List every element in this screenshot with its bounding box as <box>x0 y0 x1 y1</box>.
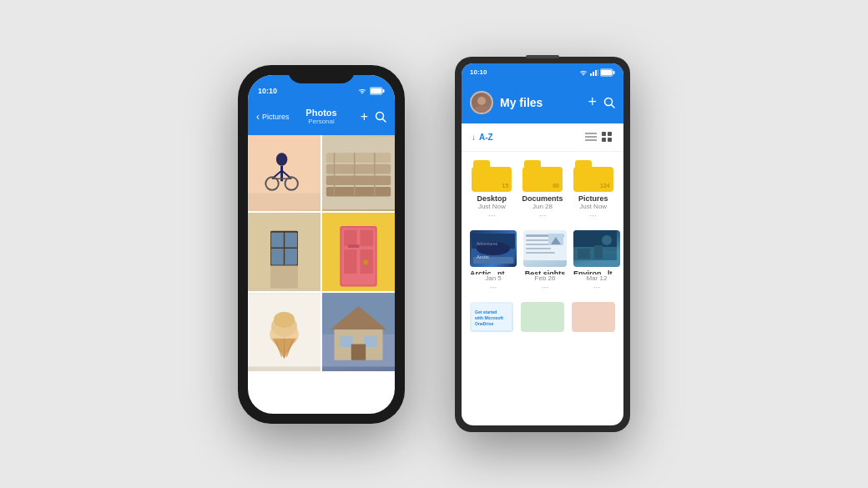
ios-time: 10:10 <box>258 87 277 95</box>
svg-rect-50 <box>340 335 352 347</box>
sort-label-text: A-Z <box>479 133 493 142</box>
onedrive-thumb: Get started with Microsoft OneDrive <box>470 302 513 332</box>
photo-grid <box>248 135 395 371</box>
photo-pink-door[interactable] <box>322 213 395 291</box>
sort-bar: ↓ A-Z <box>462 123 623 152</box>
svg-rect-88 <box>578 249 590 259</box>
folder-icon-pictures: 124 <box>573 160 613 192</box>
svg-point-60 <box>477 97 486 105</box>
photo-stairs[interactable] <box>322 135 395 211</box>
ios-add-button[interactable]: + <box>361 109 368 124</box>
svg-rect-53 <box>590 73 592 76</box>
folder-pictures[interactable]: 124 Pictures Just Now ··· <box>571 160 615 220</box>
svg-rect-17 <box>326 175 391 185</box>
svg-point-41 <box>274 311 295 327</box>
iphone-notch <box>288 65 355 83</box>
arctic-thumbnail: Arctic Adventures <box>472 234 515 264</box>
svg-text:with Microsoft: with Microsoft <box>474 315 503 320</box>
folder-icon-desktop: 15 <box>472 160 512 192</box>
svg-line-63 <box>612 104 615 108</box>
file-environ[interactable]: Environ...lth.pdf Mar 12 ··· <box>573 230 620 292</box>
file-menu-environ[interactable]: ··· <box>593 283 600 292</box>
list-view-icon[interactable] <box>585 132 597 142</box>
file-menu-arctic[interactable]: ··· <box>490 283 497 292</box>
folder-menu-documents[interactable]: ··· <box>539 211 546 220</box>
wifi-icon <box>357 88 367 94</box>
ios-back-button[interactable]: ‹ Pictures <box>256 111 290 123</box>
sort-label[interactable]: ↓ A-Z <box>472 133 493 142</box>
svg-point-86 <box>602 235 612 245</box>
folder-desktop[interactable]: 15 Desktop Just Now ··· <box>470 160 514 220</box>
iphone-screen: 10:10 ‹ Pictures Photos Personal <box>248 75 395 414</box>
folder-icon-documents: 80 <box>522 160 563 192</box>
file-menu-sights[interactable]: ··· <box>542 283 548 292</box>
android-speaker <box>526 55 559 58</box>
android-add-button[interactable]: + <box>588 93 597 111</box>
folder-name-pictures: Pictures <box>578 194 608 203</box>
svg-rect-89 <box>594 245 603 259</box>
boy-bike-illustration <box>248 135 320 211</box>
sort-arrow-icon: ↓ <box>472 133 476 142</box>
file-arctic[interactable]: Arctic Adventures Arctic...ntures Jan 5 … <box>470 230 517 292</box>
avatar-image <box>472 93 492 113</box>
photo-boy-bike[interactable] <box>248 135 320 211</box>
folder-menu-pictures[interactable]: ··· <box>590 211 597 220</box>
onedrive-thumbnail: Get started with Microsoft OneDrive <box>472 304 512 330</box>
sort-view-icons <box>585 132 613 142</box>
folder-count-desktop: 15 <box>502 183 509 189</box>
file-thumb-sights <box>523 230 567 267</box>
svg-rect-69 <box>602 138 606 142</box>
folder-date-pictures: Just Now <box>579 203 607 210</box>
files-content: 15 Desktop Just Now ··· 80 Documents <box>462 152 623 425</box>
svg-rect-6 <box>248 193 320 209</box>
file-partial-2[interactable] <box>521 302 565 332</box>
svg-text:Get started: Get started <box>475 309 497 314</box>
android-device: 10:10 <box>455 57 630 432</box>
folder-menu-desktop[interactable]: ··· <box>488 211 495 220</box>
svg-rect-52 <box>351 344 366 360</box>
android-header-title: My files <box>500 96 581 109</box>
svg-rect-51 <box>364 335 376 347</box>
folder-name-documents: Documents <box>522 194 563 203</box>
folder-count-documents: 80 <box>553 183 559 189</box>
svg-text:OneDrive: OneDrive <box>475 321 493 326</box>
android-header-actions: + <box>588 93 615 111</box>
gelato-illustration <box>248 293 320 368</box>
svg-rect-67 <box>602 132 606 136</box>
android-status-icons <box>578 68 615 77</box>
svg-rect-59 <box>601 70 612 75</box>
photo-house[interactable] <box>322 293 395 371</box>
folder-name-desktop: Desktop <box>477 194 507 203</box>
svg-rect-34 <box>344 249 356 274</box>
svg-point-7 <box>276 153 288 165</box>
android-search-icon[interactable] <box>603 97 615 108</box>
grid-view-icon[interactable] <box>602 132 613 142</box>
folder-documents[interactable]: 80 Documents Jun 28 ··· <box>521 160 565 220</box>
photo-window[interactable] <box>248 213 320 291</box>
file-thumb-arctic: Arctic Adventures <box>470 230 517 267</box>
iphone-device: 10:10 ‹ Pictures Photos Personal <box>238 65 405 424</box>
android-statusbar: 10:10 <box>462 63 623 82</box>
file-date-sights: Feb 26 <box>535 274 556 282</box>
file-thumb-partial <box>521 302 564 332</box>
user-avatar[interactable] <box>470 91 493 114</box>
photo-gelato[interactable] <box>248 293 320 371</box>
file-row: Arctic Adventures Arctic...ntures Jan 5 … <box>462 224 623 295</box>
ios-search-icon[interactable] <box>375 111 386 123</box>
svg-rect-27 <box>248 215 270 288</box>
file-onedrive[interactable]: Get started with Microsoft OneDrive <box>470 302 514 332</box>
file-sights[interactable]: Best sights Feb 26 ··· <box>523 230 567 292</box>
ios-title: Photos <box>305 108 336 118</box>
svg-rect-80 <box>526 248 551 249</box>
android-header: My files + <box>462 82 623 123</box>
file-thumb-partial-3 <box>572 302 615 332</box>
svg-rect-15 <box>326 153 391 163</box>
android-time: 10:10 <box>470 68 487 76</box>
folder-row: 15 Desktop Just Now ··· 80 Documents <box>462 152 623 224</box>
android-battery-icon <box>600 68 615 77</box>
stairs-illustration <box>322 135 395 211</box>
file-partial-3[interactable] <box>571 302 615 332</box>
file-row-bottom: Get started with Microsoft OneDrive <box>462 295 623 335</box>
ios-navbar: ‹ Pictures Photos Personal + <box>248 98 395 135</box>
svg-rect-56 <box>598 69 598 76</box>
